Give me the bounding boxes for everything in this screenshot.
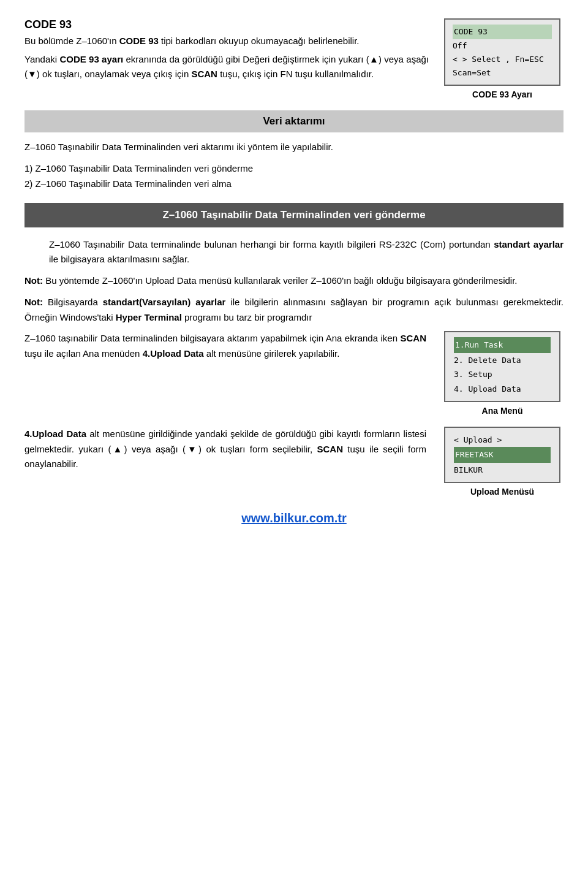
code93-bold-inline: CODE 93 bbox=[119, 36, 161, 46]
upload-bold-label: 4.Upload Data bbox=[24, 428, 86, 439]
menu-item-2: 3. Setup bbox=[454, 370, 492, 379]
note1-label: Not: bbox=[24, 275, 43, 286]
upload-scan-bold: SCAN bbox=[317, 444, 343, 454]
bottom-text2: tuşu ile açılan Ana menüden bbox=[24, 348, 140, 359]
note2-label: Not: bbox=[24, 297, 43, 307]
bottom-upload-bold: 4.Upload Data bbox=[143, 348, 206, 359]
note1-text: Bu yöntemde Z–1060'ın Upload Data menüsü… bbox=[45, 275, 517, 286]
intro-text: Bu bölümde Z–1060'ın bbox=[24, 36, 116, 46]
intro2-text: tipi barkodları okuyup okumayacağı belir… bbox=[161, 36, 360, 46]
code93-text-block: CODE 93 Bu bölümde Z–1060'ın CODE 93 tip… bbox=[24, 18, 429, 85]
note2-bold: standart(Varsayılan) ayarlar bbox=[103, 297, 226, 307]
upload-screen-line-1: FREETASK bbox=[454, 447, 551, 462]
code93-ayar-bold: CODE 93 ayarı bbox=[59, 54, 126, 64]
note2-para: Not: Bilgisayarda standart(Varsayılan) a… bbox=[24, 295, 564, 326]
upload-left-text: 4.Upload Data alt menüsüne girildiğinde … bbox=[24, 427, 426, 472]
scan-bold: SCAN bbox=[191, 69, 220, 79]
upload-para: 4.Upload Data alt menüsüne girildiğinde … bbox=[24, 427, 426, 472]
code93-ayar-para: Yandaki CODE 93 ayarı ekranında da görül… bbox=[24, 52, 429, 82]
ayar-text2: tuşu, çıkış için FN tuşu kullanılmalıdır… bbox=[220, 69, 374, 79]
menu-item-0: 1.Run Task bbox=[454, 337, 551, 352]
menu-item-3: 4. Upload Data bbox=[454, 384, 521, 394]
numbered-items-block: 1) Z–1060 Taşınabilir Data Terminalinden… bbox=[24, 161, 564, 192]
veri-text1: Z–1060 Taşınabilir Data Terminalinden ve… bbox=[24, 140, 564, 155]
device-line-0: CODE 93 bbox=[453, 25, 552, 39]
note2-text3: programı bu tarz bir programdır bbox=[184, 312, 312, 322]
page-content: CODE 93 Bu bölümde Z–1060'ın CODE 93 tip… bbox=[24, 18, 564, 525]
note1-para: Not: Bu yöntemde Z–1060'ın Upload Data m… bbox=[24, 273, 564, 289]
section-code93: CODE 93 Bu bölümde Z–1060'ın CODE 93 tip… bbox=[24, 18, 564, 99]
url-text: www.bilkur.com.tr bbox=[241, 511, 347, 525]
veri-aktarimi-title: Veri aktarımı bbox=[263, 115, 325, 127]
veri-aktarimi-header: Veri aktarımı bbox=[24, 110, 564, 132]
menu-item-1: 2. Delete Data bbox=[454, 356, 521, 365]
url-link[interactable]: www.bilkur.com.tr bbox=[24, 511, 564, 525]
subsection-header: Z–1060 Taşınabilir Data Terminalinden ve… bbox=[24, 203, 564, 227]
code93-device-box: CODE 93 Off < > Select , Fn=ESC Scan=Set… bbox=[441, 18, 564, 99]
yandaki-text: Yandaki bbox=[24, 54, 57, 64]
code93-title: CODE 93 bbox=[24, 18, 429, 31]
bottom-text1: Z–1060 taşınabilir Data terminalinden bi… bbox=[24, 333, 398, 343]
code93-intro-para: Bu bölümde Z–1060'ın CODE 93 tipi barkod… bbox=[24, 34, 429, 48]
note2-text1: Bilgisayarda bbox=[48, 297, 103, 307]
upload-right: < Upload > FREETASK BILKUR Upload Menüsü bbox=[441, 427, 564, 497]
para1-text1: Z–1060 Taşınabilir Data terminalinde bul… bbox=[49, 239, 491, 249]
upload-screen-line-0: < Upload > bbox=[454, 435, 502, 444]
para1-bold: standart ayarlar bbox=[494, 239, 564, 249]
numbered-item-2: 2) Z–1060 Taşınabilir Data Terminalinden… bbox=[24, 178, 232, 189]
device-line-2: < > Select , Fn=ESC bbox=[453, 55, 544, 64]
bottom-section-menu: Z–1060 taşınabilir Data terminalinden bi… bbox=[24, 331, 564, 416]
code93-caption: CODE 93 Ayarı bbox=[472, 90, 532, 99]
bottom-left-text: Z–1060 taşınabilir Data terminalinden bi… bbox=[24, 331, 426, 368]
code93-title-text: CODE 93 bbox=[24, 18, 72, 31]
upload-screen-line-2: BILKUR bbox=[454, 465, 483, 474]
upload-caption: Upload Menüsü bbox=[470, 487, 534, 497]
note2-bold2: Hyper Terminal bbox=[116, 312, 182, 322]
bottom-text3: alt menüsüne girilerek yapılabilir. bbox=[206, 348, 340, 359]
device-line-1: Off bbox=[453, 41, 467, 50]
paragraph1: Z–1060 Taşınabilir Data terminalinde bul… bbox=[49, 237, 564, 268]
menu-caption: Ana Menü bbox=[482, 406, 523, 416]
bottom-right-menu: 1.Run Task 2. Delete Data 3. Setup 4. Up… bbox=[441, 331, 564, 416]
code93-device-screen: CODE 93 Off < > Select , Fn=ESC Scan=Set bbox=[444, 18, 560, 86]
upload-screen: < Upload > FREETASK BILKUR bbox=[444, 427, 560, 483]
bottom-section-upload: 4.Upload Data alt menüsüne girildiğinde … bbox=[24, 427, 564, 497]
menu-screen: 1.Run Task 2. Delete Data 3. Setup 4. Up… bbox=[444, 331, 560, 402]
para1-end: ile bilgisayara aktarılmasını sağlar. bbox=[49, 254, 189, 264]
bottom-scan-bold: SCAN bbox=[400, 333, 426, 343]
device-line-3: Scan=Set bbox=[453, 68, 491, 77]
subsection-title-text: Z–1060 Taşınabilir Data Terminalinden ve… bbox=[162, 209, 425, 221]
numbered-item-1: 1) Z–1060 Taşınabilir Data Terminalinden… bbox=[24, 163, 253, 173]
bottom-para1: Z–1060 taşınabilir Data terminalinden bi… bbox=[24, 331, 426, 362]
